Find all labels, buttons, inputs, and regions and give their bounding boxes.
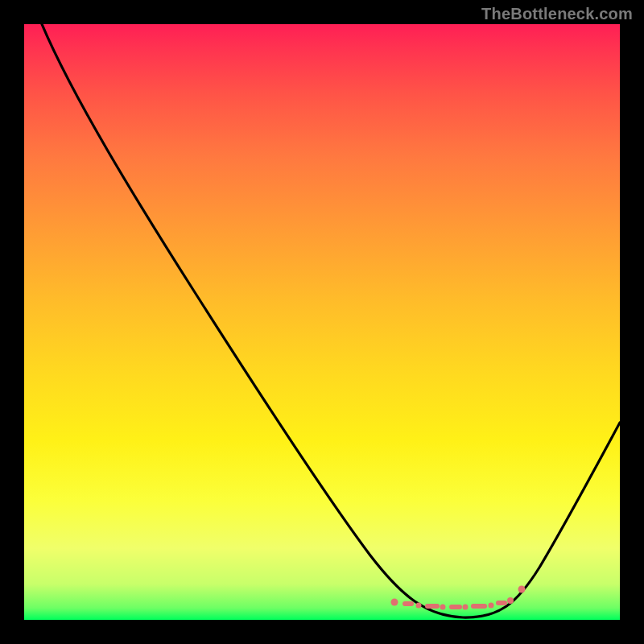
svg-point-10	[507, 597, 514, 604]
svg-rect-7	[471, 604, 487, 609]
svg-rect-5	[449, 605, 462, 609]
svg-rect-9	[496, 601, 507, 605]
svg-rect-3	[425, 604, 440, 609]
svg-rect-1	[402, 601, 414, 606]
svg-point-8	[489, 603, 494, 609]
plot-area	[24, 24, 620, 620]
svg-point-0	[391, 599, 398, 606]
svg-point-2	[416, 603, 422, 609]
svg-point-6	[463, 605, 469, 610]
watermark-text: TheBottleneck.com	[481, 5, 633, 23]
curve-layer	[24, 24, 620, 620]
bottleneck-curve	[42, 24, 620, 617]
chart-frame: TheBottleneck.com	[0, 0, 644, 644]
svg-point-4	[440, 605, 446, 610]
svg-point-11	[518, 586, 526, 593]
